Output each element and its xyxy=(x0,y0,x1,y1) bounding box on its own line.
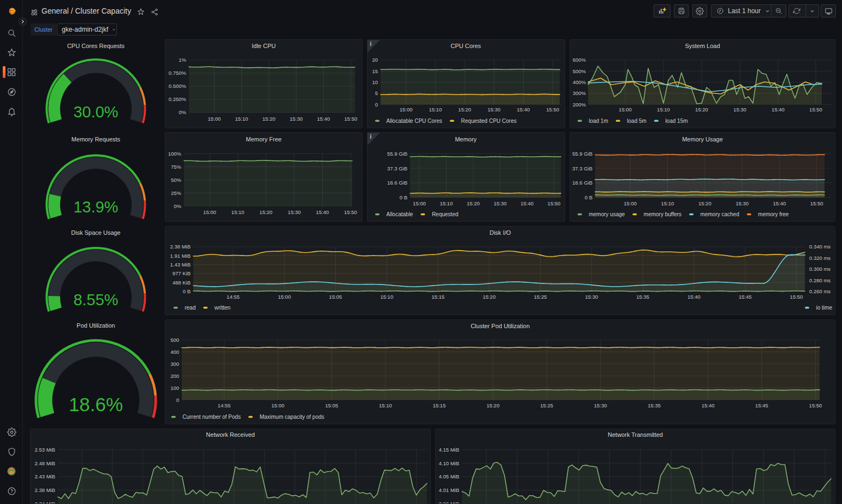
svg-text:15:40: 15:40 xyxy=(517,106,530,112)
svg-text:15:00: 15:00 xyxy=(619,106,632,112)
svg-text:15:40: 15:40 xyxy=(772,106,785,112)
svg-text:15:50: 15:50 xyxy=(809,106,822,112)
svg-text:1%: 1% xyxy=(179,57,186,63)
svg-text:0.750%: 0.750% xyxy=(169,70,187,76)
svg-text:?: ? xyxy=(10,488,13,494)
svg-text:0%: 0% xyxy=(174,203,181,209)
svg-text:15:50: 15:50 xyxy=(548,200,561,206)
svg-text:15:20: 15:20 xyxy=(467,200,480,206)
svg-text:15:30: 15:30 xyxy=(736,200,749,206)
svg-text:0.260 ms: 0.260 ms xyxy=(809,288,831,294)
svg-text:Disk I/O: Disk I/O xyxy=(489,229,511,236)
svg-text:15:30: 15:30 xyxy=(585,294,598,300)
svg-text:15:10: 15:10 xyxy=(232,209,245,215)
svg-text:37.3 GiB: 37.3 GiB xyxy=(387,165,407,171)
svg-text:400: 400 xyxy=(170,349,179,355)
svg-text:Cluster Pod Utilization: Cluster Pod Utilization xyxy=(471,323,530,329)
svg-text:15:35: 15:35 xyxy=(648,402,661,408)
svg-text:Requested: Requested xyxy=(432,211,458,217)
svg-text:15:45: 15:45 xyxy=(755,402,768,408)
svg-text:15:30: 15:30 xyxy=(290,116,303,122)
svg-text:0.250%: 0.250% xyxy=(169,96,187,102)
svg-text:CPU Cores: CPU Cores xyxy=(450,43,481,49)
svg-text:15:30: 15:30 xyxy=(733,106,746,112)
svg-text:500: 500 xyxy=(170,337,179,343)
svg-text:memory free: memory free xyxy=(758,211,789,217)
svg-text:300%: 300% xyxy=(573,90,586,96)
svg-text:15:15: 15:15 xyxy=(431,294,444,300)
svg-text:15:00: 15:00 xyxy=(624,200,637,206)
svg-text:15:10: 15:10 xyxy=(379,402,392,408)
svg-text:Memory Free: Memory Free xyxy=(246,136,281,143)
svg-text:15:20: 15:20 xyxy=(698,200,711,206)
svg-text:15: 15 xyxy=(372,68,378,74)
svg-text:2.38 MiB: 2.38 MiB xyxy=(170,244,191,250)
svg-text:500%: 500% xyxy=(573,68,586,74)
svg-text:15:10: 15:10 xyxy=(235,116,248,122)
svg-text:2.43 MiB: 2.43 MiB xyxy=(35,473,56,479)
svg-text:15:00: 15:00 xyxy=(208,116,221,122)
svg-text:15:00: 15:00 xyxy=(400,106,413,112)
svg-text:Idle CPU: Idle CPU xyxy=(252,43,276,49)
svg-text:Network Transmitted: Network Transmitted xyxy=(608,431,663,438)
svg-text:14:55: 14:55 xyxy=(227,294,240,300)
svg-text:1.43 MiB: 1.43 MiB xyxy=(170,262,191,268)
svg-text:55.9 GiB: 55.9 GiB xyxy=(572,151,592,157)
svg-text:15:10: 15:10 xyxy=(657,106,670,112)
svg-text:15:50: 15:50 xyxy=(546,106,559,112)
svg-text:0.500%: 0.500% xyxy=(169,83,187,89)
svg-text:15:10: 15:10 xyxy=(661,200,674,206)
svg-text:Requested CPU Cores: Requested CPU Cores xyxy=(461,118,517,124)
svg-text:2.48 MiB: 2.48 MiB xyxy=(35,460,56,466)
svg-text:memory buffers: memory buffers xyxy=(644,211,681,217)
svg-text:Current number of Pods: Current number of Pods xyxy=(182,414,241,420)
svg-text:memory usage: memory usage xyxy=(589,211,625,217)
svg-text:0.300 ms: 0.300 ms xyxy=(809,266,831,272)
svg-text:load 1m: load 1m xyxy=(589,118,608,124)
svg-text:15:25: 15:25 xyxy=(534,294,547,300)
svg-text:15:00: 15:00 xyxy=(413,200,426,206)
svg-text:15:10: 15:10 xyxy=(380,294,393,300)
svg-text:memory cached: memory cached xyxy=(701,211,739,217)
svg-text:15:30: 15:30 xyxy=(488,106,501,112)
svg-text:15:20: 15:20 xyxy=(458,106,471,112)
svg-text:15:20: 15:20 xyxy=(259,209,272,215)
svg-text:15:50: 15:50 xyxy=(810,200,823,206)
svg-text:15:05: 15:05 xyxy=(325,402,339,408)
svg-text:15:50: 15:50 xyxy=(790,294,803,300)
svg-text:load 5m: load 5m xyxy=(627,118,647,124)
svg-text:15:50: 15:50 xyxy=(809,402,822,408)
svg-text:15:40: 15:40 xyxy=(520,200,533,206)
svg-text:15:10: 15:10 xyxy=(440,200,453,206)
svg-text:0 B: 0 B xyxy=(400,194,407,200)
svg-text:0 B: 0 B xyxy=(585,194,592,200)
svg-text:Memory Usage: Memory Usage xyxy=(682,136,723,143)
svg-text:200%: 200% xyxy=(573,102,586,108)
svg-text:2.38 MiB: 2.38 MiB xyxy=(35,487,56,493)
svg-text:2.34 MiB: 2.34 MiB xyxy=(35,501,56,504)
svg-text:600%: 600% xyxy=(573,57,586,63)
svg-text:15:40: 15:40 xyxy=(317,116,330,122)
svg-text:25%: 25% xyxy=(171,190,182,196)
svg-text:55.9 GiB: 55.9 GiB xyxy=(387,151,407,157)
svg-text:1.91 MiB: 1.91 MiB xyxy=(170,253,191,259)
svg-text:i: i xyxy=(370,41,372,47)
svg-text:15:45: 15:45 xyxy=(739,294,752,300)
svg-text:0 B: 0 B xyxy=(183,288,191,294)
svg-text:0: 0 xyxy=(176,397,179,403)
svg-text:20: 20 xyxy=(372,57,378,63)
svg-text:Memory: Memory xyxy=(455,136,477,143)
svg-text:15:20: 15:20 xyxy=(483,294,496,300)
svg-text:i: i xyxy=(370,134,372,140)
svg-text:15:20: 15:20 xyxy=(263,116,276,122)
svg-text:4.05 MiB: 4.05 MiB xyxy=(439,473,460,479)
svg-text:50%: 50% xyxy=(171,177,182,183)
svg-text:3.96 MiB: 3.96 MiB xyxy=(439,501,460,504)
svg-text:15:50: 15:50 xyxy=(344,209,357,215)
svg-text:0: 0 xyxy=(375,102,378,108)
svg-text:75%: 75% xyxy=(171,164,182,170)
svg-text:Allocatable: Allocatable xyxy=(387,211,413,217)
svg-text:4.15 MiB: 4.15 MiB xyxy=(439,447,460,453)
svg-text:100: 100 xyxy=(170,385,179,391)
svg-text:load 15m: load 15m xyxy=(665,118,687,124)
